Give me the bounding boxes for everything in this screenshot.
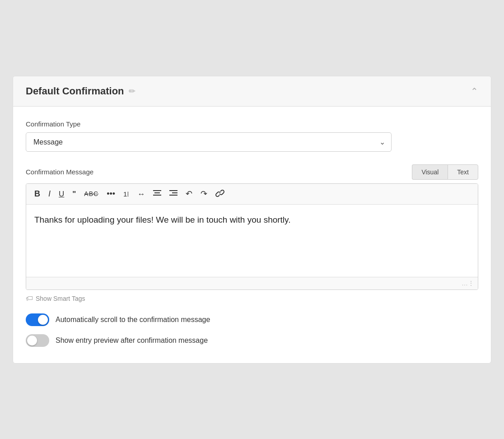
bullet-list-button[interactable]: ••• (104, 188, 118, 200)
confirmation-type-select[interactable]: Message Page Redirect (26, 132, 392, 152)
card-body: Confirmation Type Message Page Redirect … (13, 107, 491, 363)
tab-visual[interactable]: Visual (412, 164, 448, 180)
link-icon (215, 189, 224, 197)
toggle-row-auto-scroll: Automatically scroll to the confirmation… (26, 313, 478, 326)
entry-preview-toggle[interactable] (26, 334, 49, 347)
svg-rect-1 (154, 192, 160, 193)
align-right-icon (169, 190, 177, 197)
align-right-button[interactable] (167, 188, 180, 200)
confirmation-message-label: Confirmation Message (26, 168, 93, 176)
underline-button[interactable]: U (56, 188, 67, 200)
confirmation-message-header: Confirmation Message Visual Text (26, 164, 478, 180)
bold-button[interactable]: B (32, 188, 43, 200)
card-title: Default Confirmation (26, 85, 124, 97)
auto-scroll-slider (26, 313, 49, 326)
svg-rect-4 (172, 192, 177, 193)
redo-button[interactable]: ↷ (198, 188, 210, 200)
editor-toolbar: B I U " ABC ••• 1⁞ ↔ (26, 184, 478, 205)
entry-preview-slider (26, 334, 49, 347)
editor-footer: …⋮ (26, 277, 478, 290)
editor-wrapper: B I U " ABC ••• 1⁞ ↔ (26, 183, 478, 290)
toggle-row-entry-preview: Show entry preview after confirmation me… (26, 334, 478, 347)
svg-rect-5 (169, 195, 177, 196)
auto-scroll-label: Automatically scroll to the confirmation… (56, 316, 210, 324)
entry-preview-label: Show entry preview after confirmation me… (56, 336, 208, 345)
tab-group: Visual Text (412, 164, 478, 180)
card-header: Default Confirmation ✏ ⌃ (13, 76, 491, 107)
align-center-icon (153, 190, 161, 197)
svg-rect-3 (169, 190, 177, 191)
undo-button[interactable]: ↶ (183, 188, 195, 200)
confirmation-type-wrapper: Message Page Redirect ⌄ (26, 132, 392, 152)
editor-content[interactable]: Thanks for uploading your files! We will… (26, 205, 478, 277)
align-center-button[interactable] (150, 188, 164, 200)
smart-tags-link[interactable]: Show Smart Tags (36, 295, 85, 302)
link-button[interactable] (213, 187, 227, 201)
auto-scroll-toggle[interactable] (26, 313, 49, 326)
strikethrough-button[interactable]: ABC (81, 188, 101, 199)
italic-button[interactable]: I (46, 188, 53, 200)
align-left-button[interactable]: ↔ (135, 188, 148, 200)
collapse-button[interactable]: ⌃ (471, 86, 478, 97)
default-confirmation-card: Default Confirmation ✏ ⌃ Confirmation Ty… (13, 76, 491, 364)
resize-handle-icon: …⋮ (462, 280, 474, 287)
blockquote-button[interactable]: " (70, 188, 79, 200)
smart-tags-row: 🏷 Show Smart Tags (26, 294, 478, 303)
edit-icon[interactable]: ✏ (129, 86, 135, 96)
tag-icon: 🏷 (26, 294, 33, 303)
ordered-list-button[interactable]: 1⁞ (121, 189, 132, 199)
confirmation-type-label: Confirmation Type (26, 120, 478, 128)
svg-rect-2 (153, 195, 161, 196)
tab-text[interactable]: Text (448, 164, 478, 180)
svg-rect-0 (153, 190, 161, 191)
header-left: Default Confirmation ✏ (26, 85, 135, 97)
